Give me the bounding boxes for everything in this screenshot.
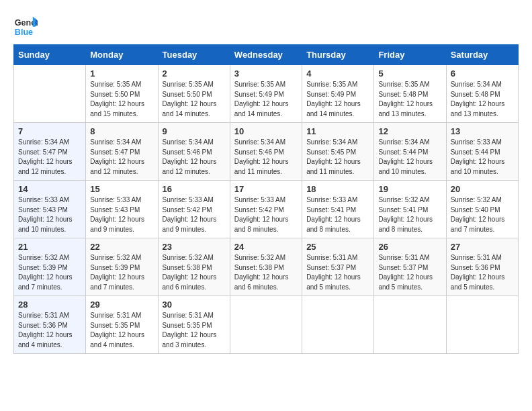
day-detail: Sunrise: 5:33 AM Sunset: 5:42 PM Dayligh… [163,195,226,234]
day-detail: Sunrise: 5:34 AM Sunset: 5:46 PM Dayligh… [234,138,298,177]
day-detail: Sunrise: 5:32 AM Sunset: 5:41 PM Dayligh… [378,195,441,234]
calendar-week-1: 1Sunrise: 5:35 AM Sunset: 5:50 PM Daylig… [14,65,519,123]
calendar-cell: 22Sunrise: 5:32 AM Sunset: 5:39 PM Dayli… [86,238,158,296]
calendar-cell: 12Sunrise: 5:34 AM Sunset: 5:44 PM Dayli… [374,123,446,181]
day-number: 28 [18,300,81,310]
day-detail: Sunrise: 5:34 AM Sunset: 5:44 PM Dayligh… [378,138,441,177]
page-header: General Blue [13,13,519,38]
day-number: 5 [378,68,441,79]
day-number: 1 [90,68,153,79]
calendar-cell: 10Sunrise: 5:34 AM Sunset: 5:46 PM Dayli… [230,123,302,181]
day-number: 20 [451,184,514,194]
calendar-cell: 3Sunrise: 5:35 AM Sunset: 5:49 PM Daylig… [230,65,302,123]
calendar-cell: 30Sunrise: 5:31 AM Sunset: 5:35 PM Dayli… [158,296,230,354]
day-number: 12 [378,126,441,136]
day-number: 16 [163,184,226,194]
calendar-cell: 28Sunrise: 5:31 AM Sunset: 5:36 PM Dayli… [14,296,86,354]
day-detail: Sunrise: 5:33 AM Sunset: 5:43 PM Dayligh… [18,195,81,234]
day-detail: Sunrise: 5:35 AM Sunset: 5:50 PM Dayligh… [163,80,226,119]
calendar-cell: 20Sunrise: 5:32 AM Sunset: 5:40 PM Dayli… [446,181,518,238]
day-detail: Sunrise: 5:35 AM Sunset: 5:48 PM Dayligh… [378,80,441,119]
day-number: 19 [378,184,441,194]
calendar-cell: 2Sunrise: 5:35 AM Sunset: 5:50 PM Daylig… [158,65,230,123]
day-detail: Sunrise: 5:32 AM Sunset: 5:38 PM Dayligh… [163,253,226,292]
logo-icon: General Blue [13,13,38,38]
day-number: 8 [90,126,153,136]
day-detail: Sunrise: 5:35 AM Sunset: 5:49 PM Dayligh… [234,80,298,119]
svg-text:Blue: Blue [15,28,33,37]
day-number: 27 [451,242,514,252]
day-detail: Sunrise: 5:32 AM Sunset: 5:39 PM Dayligh… [90,253,153,292]
weekday-header-row: SundayMondayTuesdayWednesdayThursdayFrid… [14,45,519,65]
calendar-cell: 18Sunrise: 5:33 AM Sunset: 5:41 PM Dayli… [302,181,374,238]
day-number: 7 [18,126,81,136]
day-number: 15 [90,184,153,194]
calendar-cell: 13Sunrise: 5:33 AM Sunset: 5:44 PM Dayli… [446,123,518,181]
calendar-cell: 24Sunrise: 5:32 AM Sunset: 5:38 PM Dayli… [230,238,302,296]
weekday-header-sunday: Sunday [14,45,86,65]
calendar-cell: 16Sunrise: 5:33 AM Sunset: 5:42 PM Dayli… [158,181,230,238]
day-detail: Sunrise: 5:35 AM Sunset: 5:50 PM Dayligh… [90,80,153,119]
calendar-cell [14,65,86,123]
calendar-cell: 5Sunrise: 5:35 AM Sunset: 5:48 PM Daylig… [374,65,446,123]
calendar-cell: 25Sunrise: 5:31 AM Sunset: 5:37 PM Dayli… [302,238,374,296]
weekday-header-thursday: Thursday [302,45,374,65]
calendar-week-3: 14Sunrise: 5:33 AM Sunset: 5:43 PM Dayli… [14,181,519,238]
calendar-cell [302,296,374,354]
day-number: 3 [234,68,298,79]
day-detail: Sunrise: 5:33 AM Sunset: 5:44 PM Dayligh… [451,138,514,177]
logo: General Blue [13,13,40,38]
calendar-cell [230,296,302,354]
day-number: 23 [163,242,226,252]
calendar-cell: 6Sunrise: 5:34 AM Sunset: 5:48 PM Daylig… [446,65,518,123]
day-number: 17 [234,184,298,194]
calendar-cell: 14Sunrise: 5:33 AM Sunset: 5:43 PM Dayli… [14,181,86,238]
weekday-header-wednesday: Wednesday [230,45,302,65]
day-detail: Sunrise: 5:31 AM Sunset: 5:35 PM Dayligh… [90,311,153,350]
calendar-week-4: 21Sunrise: 5:32 AM Sunset: 5:39 PM Dayli… [14,238,519,296]
calendar-cell: 21Sunrise: 5:32 AM Sunset: 5:39 PM Dayli… [14,238,86,296]
day-detail: Sunrise: 5:35 AM Sunset: 5:49 PM Dayligh… [306,80,369,119]
calendar-cell: 7Sunrise: 5:34 AM Sunset: 5:47 PM Daylig… [14,123,86,181]
calendar-week-2: 7Sunrise: 5:34 AM Sunset: 5:47 PM Daylig… [14,123,519,181]
day-number: 18 [306,184,369,194]
day-number: 22 [90,242,153,252]
calendar-cell [446,296,518,354]
day-number: 13 [451,126,514,136]
day-detail: Sunrise: 5:32 AM Sunset: 5:38 PM Dayligh… [234,253,298,292]
day-detail: Sunrise: 5:32 AM Sunset: 5:40 PM Dayligh… [451,195,514,234]
day-detail: Sunrise: 5:34 AM Sunset: 5:47 PM Dayligh… [18,138,81,177]
day-detail: Sunrise: 5:31 AM Sunset: 5:37 PM Dayligh… [306,253,369,292]
calendar-cell: 8Sunrise: 5:34 AM Sunset: 5:47 PM Daylig… [86,123,158,181]
day-number: 4 [306,68,369,79]
calendar-week-5: 28Sunrise: 5:31 AM Sunset: 5:36 PM Dayli… [14,296,519,354]
day-detail: Sunrise: 5:32 AM Sunset: 5:39 PM Dayligh… [18,253,81,292]
weekday-header-friday: Friday [374,45,446,65]
weekday-header-tuesday: Tuesday [158,45,230,65]
weekday-header-saturday: Saturday [446,45,518,65]
calendar-cell: 4Sunrise: 5:35 AM Sunset: 5:49 PM Daylig… [302,65,374,123]
calendar-cell: 1Sunrise: 5:35 AM Sunset: 5:50 PM Daylig… [86,65,158,123]
weekday-header-monday: Monday [86,45,158,65]
day-detail: Sunrise: 5:31 AM Sunset: 5:36 PM Dayligh… [451,253,514,292]
day-number: 2 [163,68,226,79]
day-detail: Sunrise: 5:34 AM Sunset: 5:48 PM Dayligh… [451,80,514,119]
day-number: 10 [234,126,298,136]
day-number: 29 [90,300,153,310]
calendar-body: 1Sunrise: 5:35 AM Sunset: 5:50 PM Daylig… [14,65,519,354]
day-detail: Sunrise: 5:33 AM Sunset: 5:42 PM Dayligh… [234,195,298,234]
day-detail: Sunrise: 5:34 AM Sunset: 5:45 PM Dayligh… [306,138,369,177]
calendar-cell: 11Sunrise: 5:34 AM Sunset: 5:45 PM Dayli… [302,123,374,181]
day-number: 9 [163,126,226,136]
day-number: 26 [378,242,441,252]
calendar-cell: 26Sunrise: 5:31 AM Sunset: 5:37 PM Dayli… [374,238,446,296]
day-detail: Sunrise: 5:31 AM Sunset: 5:37 PM Dayligh… [378,253,441,292]
day-number: 21 [18,242,81,252]
day-number: 30 [163,300,226,310]
day-number: 6 [451,68,514,79]
calendar-cell: 19Sunrise: 5:32 AM Sunset: 5:41 PM Dayli… [374,181,446,238]
day-detail: Sunrise: 5:33 AM Sunset: 5:43 PM Dayligh… [90,195,153,234]
day-number: 11 [306,126,369,136]
day-detail: Sunrise: 5:31 AM Sunset: 5:36 PM Dayligh… [18,311,81,350]
calendar-cell: 17Sunrise: 5:33 AM Sunset: 5:42 PM Dayli… [230,181,302,238]
